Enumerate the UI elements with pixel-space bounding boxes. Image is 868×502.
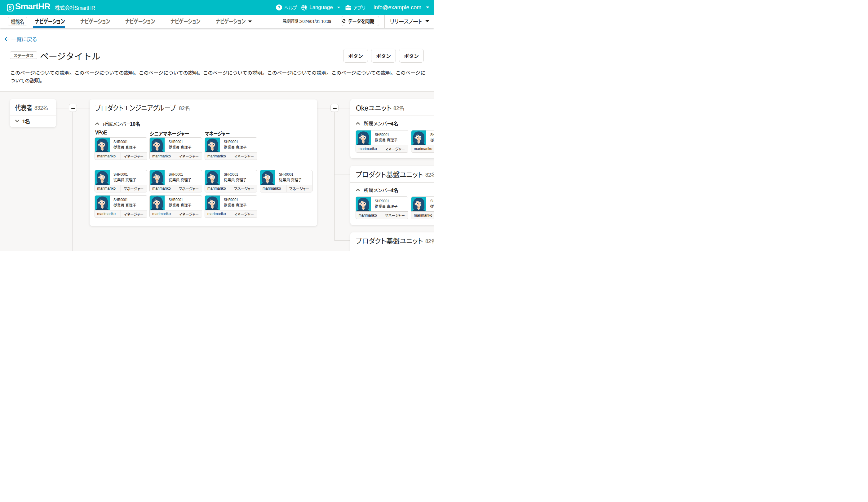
svg-text:?: ?: [278, 5, 280, 10]
